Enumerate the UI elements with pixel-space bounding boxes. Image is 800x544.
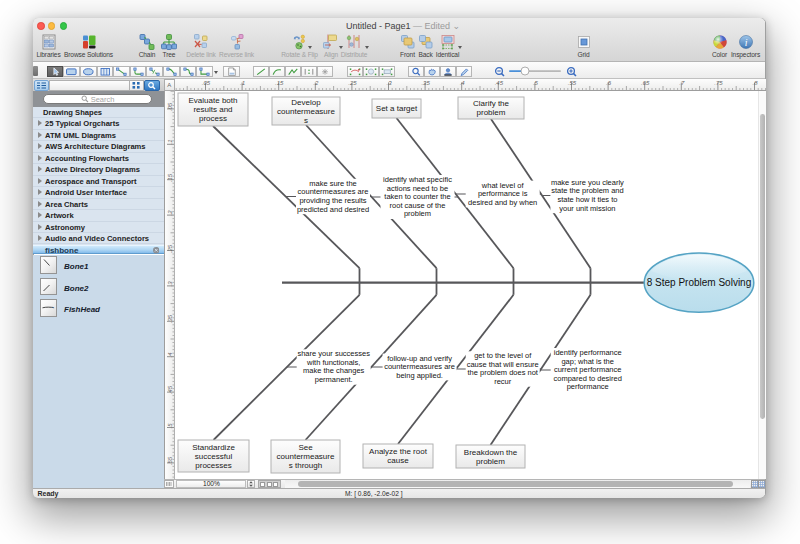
svg-text:8 Step Problem Solving: 8 Step Problem Solving — [647, 277, 752, 288]
svg-text:process: process — [199, 114, 227, 123]
svg-text:permanent.: permanent. — [315, 375, 353, 384]
svg-text:problem: problem — [476, 457, 505, 466]
svg-text:s: s — [304, 116, 308, 125]
svg-text:cause: cause — [387, 456, 409, 465]
svg-text:performance: performance — [567, 382, 609, 391]
svg-text:predicted and desired: predicted and desired — [297, 205, 369, 214]
svg-text:Develop: Develop — [291, 98, 321, 107]
svg-text:Standardize: Standardize — [192, 443, 235, 452]
svg-text:Breakdown the: Breakdown the — [464, 448, 518, 457]
svg-text:countermeasure: countermeasure — [277, 107, 335, 116]
svg-text:problem: problem — [477, 108, 506, 117]
svg-text:Set a target: Set a target — [376, 104, 418, 113]
svg-text:processes: processes — [195, 461, 231, 470]
svg-text:problem: problem — [404, 209, 431, 218]
svg-text:results and: results and — [193, 105, 232, 114]
svg-text:See: See — [298, 443, 313, 452]
svg-text:being applied.: being applied. — [396, 371, 443, 380]
svg-text:recur: recur — [494, 377, 512, 386]
svg-text:desired and by when: desired and by when — [468, 198, 537, 207]
svg-text:countermeasure: countermeasure — [277, 452, 335, 461]
svg-text:Analyze the root: Analyze the root — [369, 447, 428, 456]
svg-text:Clarify the: Clarify the — [473, 99, 510, 108]
svg-text:successful: successful — [195, 452, 233, 461]
svg-text:Evaluate both: Evaluate both — [189, 96, 238, 105]
svg-text:s through: s through — [289, 461, 322, 470]
svg-text:your unit mission: your unit mission — [559, 204, 615, 213]
